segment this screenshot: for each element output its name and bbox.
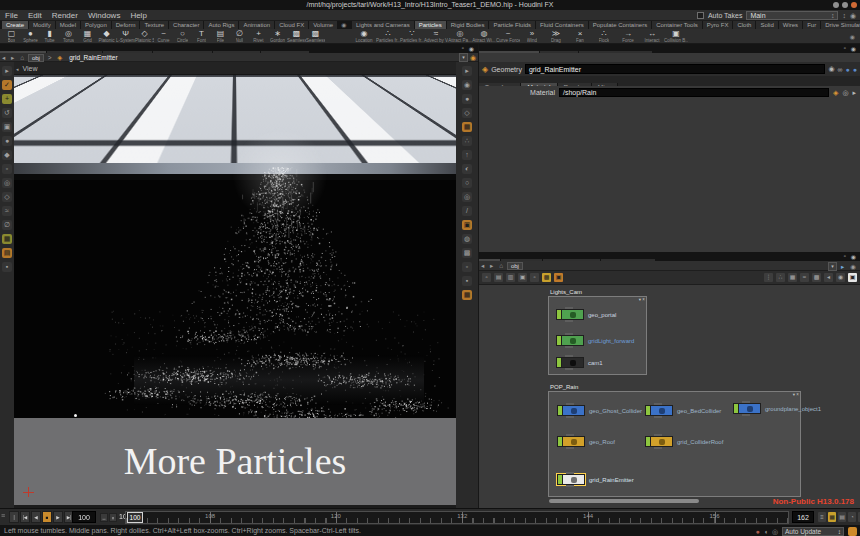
normals-display-icon[interactable]: ↑ — [462, 150, 472, 160]
color-palette-icon[interactable]: ▩ — [542, 273, 551, 282]
open-floating-icon[interactable]: ◎ — [842, 89, 848, 97]
shelf-gear-icon[interactable]: ◉ — [847, 33, 858, 41]
paint-tool[interactable]: ≈ — [2, 206, 12, 216]
net-forward-arrow-icon[interactable]: ▸ — [488, 262, 495, 269]
play-button[interactable]: ▶ — [53, 511, 63, 523]
snap-grid-icon[interactable]: ▦ — [462, 122, 472, 132]
shading-mode-icon[interactable]: ● — [462, 94, 472, 104]
message-log-icon[interactable]: ◎ — [772, 526, 778, 536]
node-groundplane-object1[interactable]: groundplane_object1 — [733, 403, 821, 414]
back-arrow-icon[interactable]: ◂ — [0, 54, 7, 61]
node-cam1[interactable]: cam1 — [556, 357, 603, 368]
shelf-tab-wires[interactable]: Wires — [779, 21, 803, 29]
misc-tool[interactable]: ▪ — [2, 262, 12, 272]
shelf-tool-fan[interactable]: ×Fan — [568, 29, 592, 44]
snap-tool[interactable]: ◎ — [2, 178, 12, 188]
sim-cache-icon[interactable]: ▤ — [838, 512, 846, 522]
view-tool[interactable]: ✓ — [2, 80, 12, 90]
node-body[interactable] — [645, 436, 673, 447]
take-select[interactable]: Main ↕ — [746, 11, 838, 20]
shelf-tab-lights-and-cameras[interactable]: Lights and Cameras — [352, 21, 415, 29]
shelf-tool-interact[interactable]: ↔Interact — [640, 29, 664, 44]
node-gridlight-forward[interactable]: gridLight_forward — [556, 335, 634, 346]
shelf-tab-deform[interactable]: Deform — [112, 21, 141, 29]
path-dropdown[interactable]: ▾ — [459, 53, 468, 62]
shelf-tool-drag[interactable]: ≫Drag — [544, 29, 568, 44]
dots-icon[interactable]: ⋮ — [764, 273, 773, 282]
shelf-tab-volume[interactable]: Volume — [309, 21, 338, 29]
shelf-tab-rigid-bodies[interactable]: Rigid Bodies — [447, 21, 490, 29]
range-end-field[interactable]: 162 — [792, 511, 814, 523]
shelf-tool-attract-pa[interactable]: ◎Attract Pa... — [448, 29, 472, 44]
shelf-tab-fur[interactable]: Fur — [803, 21, 821, 29]
shelf-tab-texture[interactable]: Texture — [140, 21, 169, 29]
shelf-tool-platonic[interactable]: ◆Platonic — [97, 29, 116, 44]
menu-file[interactable]: File — [0, 10, 23, 21]
shelf-tool-location[interactable]: ◉Location — [352, 29, 376, 44]
window-maximize-button[interactable] — [842, 2, 848, 8]
dopnet-icon[interactable]: ▦ — [828, 512, 836, 522]
shelf-tool-collision-b[interactable]: ▣Collision B... — [664, 29, 688, 44]
node-body[interactable] — [557, 474, 585, 485]
shelf-tool-particles-fr[interactable]: ∴Particles fr... — [376, 29, 400, 44]
shelf-tool-flock[interactable]: ∴Flock — [592, 29, 616, 44]
shelf-tool-platonic-sp[interactable]: ◇Platonic Sp — [135, 29, 154, 44]
current-frame-marker[interactable]: 100 — [127, 512, 143, 523]
move-tool[interactable]: + — [2, 94, 12, 104]
play-reverse-button[interactable]: ◀ — [31, 511, 41, 523]
pin-icon[interactable]: ◉ — [470, 53, 476, 62]
node-geo-roof[interactable]: geo_Roof — [557, 436, 615, 447]
node-grid-colliderroof[interactable]: grid_ColliderRoof — [645, 436, 723, 447]
network-scrollbar[interactable] — [549, 499, 699, 503]
shelf-tool-gordon[interactable]: ∗Gordon — [268, 29, 287, 44]
shelf-tab-container-tools[interactable]: Container Tools — [652, 21, 703, 29]
grid-display-icon[interactable]: ▫ — [462, 262, 472, 272]
jump-to-start-button[interactable]: |◀◀ — [9, 511, 19, 523]
connectivity-icon[interactable]: ▫ — [482, 273, 491, 282]
node-body[interactable] — [645, 405, 673, 416]
net-gear-icon[interactable]: ◉ — [848, 262, 858, 271]
shelf-tab-polygon[interactable]: Polygon — [81, 21, 112, 29]
shelf-tab-particle-fluids[interactable]: Particle Fluids — [489, 21, 536, 29]
pane-tab-pane-menu-icon[interactable]: ◉ — [851, 45, 856, 52]
shelf-tool-torus[interactable]: ◎Torus — [59, 29, 78, 44]
snapshot-icon[interactable]: ▦ — [462, 290, 472, 300]
node-geo-bedcollider[interactable]: geo_BedCollider — [645, 405, 721, 416]
shelf-tool-l-system[interactable]: ΨL-System — [116, 29, 135, 44]
network-tab-pane-menu-icon[interactable]: ◉ — [851, 253, 856, 260]
shelf-tab-particles[interactable]: Particles — [415, 21, 447, 29]
shelf-tab-cloth[interactable]: Cloth — [733, 21, 756, 29]
stop-button[interactable]: ■ — [42, 511, 52, 523]
node-geo-ghost-collider[interactable]: geo_Ghost_Collider — [557, 405, 642, 416]
audio-icon[interactable]: ◔ — [848, 512, 856, 522]
material-path-field[interactable]: /shop/Rain — [559, 88, 829, 97]
shelf-tab-model[interactable]: Model — [56, 21, 81, 29]
shelf-tool-circle[interactable]: ○Circle — [173, 29, 192, 44]
rotate-tool[interactable]: ↺ — [2, 108, 12, 118]
view-options-icon[interactable]: ▪ — [462, 276, 472, 286]
sculpt-tool[interactable]: ∅ — [2, 220, 12, 230]
shelf-tab-auto-rigs[interactable]: Auto Rigs — [204, 21, 239, 29]
shelf-tabs-gear-icon[interactable]: ◉ — [338, 21, 349, 29]
shelf-tool-wind[interactable]: »Wind — [520, 29, 544, 44]
node-body[interactable] — [556, 335, 584, 346]
gear-icon[interactable]: ◉ — [828, 65, 834, 73]
shelf-tab-populate-containers[interactable]: Populate Containers — [589, 21, 652, 29]
node-body[interactable] — [557, 405, 585, 416]
auto-takes-checkbox[interactable] — [697, 12, 704, 19]
link-icon[interactable]: ∞ — [838, 66, 843, 73]
path-node-name[interactable]: grid_RainEmitter — [66, 54, 117, 61]
shelf-tool-force[interactable]: →Force — [616, 29, 640, 44]
menu-edit[interactable]: Edit — [23, 10, 47, 21]
audio-mute-icon[interactable]: ◖ — [764, 526, 768, 536]
net-play-icon[interactable]: ▸ — [839, 262, 846, 271]
node-body[interactable] — [733, 403, 761, 414]
background-icon[interactable]: ▩ — [462, 248, 472, 258]
op-chooser-icon[interactable]: ◈ — [833, 89, 838, 97]
network-tab-maximize-icon[interactable]: ▫ — [844, 253, 846, 259]
two-sided-icon[interactable]: ◐ — [462, 164, 472, 174]
key-tool[interactable]: ◇ — [2, 192, 12, 202]
zoom-icon[interactable]: ◉ — [836, 273, 845, 282]
ortho-icon[interactable]: / — [462, 206, 472, 216]
node-grid-rainemitter[interactable]: grid_RainEmitter — [557, 474, 634, 485]
